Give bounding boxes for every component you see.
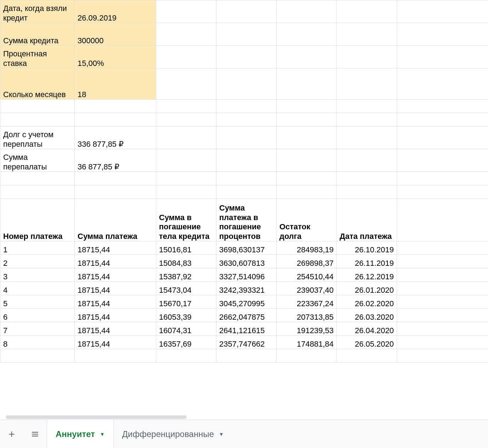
- cell[interactable]: [0, 113, 75, 127]
- cell-total-value[interactable]: 336 877,85 ₽: [75, 127, 156, 149]
- cell[interactable]: 16357,69: [156, 336, 216, 349]
- cell[interactable]: 26.01.2020: [337, 282, 397, 295]
- cell[interactable]: 26.04.2020: [337, 322, 397, 336]
- cell[interactable]: 2641,121615: [216, 322, 277, 336]
- cell[interactable]: 15670,17: [156, 295, 216, 309]
- cell-total-label[interactable]: Долг с учетом переплаты: [0, 127, 75, 149]
- cell-months-label[interactable]: Сколько месяцев: [0, 68, 75, 100]
- cell[interactable]: 18715,44: [75, 255, 156, 268]
- cell[interactable]: [397, 241, 488, 255]
- cell[interactable]: 18715,44: [75, 268, 156, 282]
- cell[interactable]: 269898,37: [277, 255, 337, 268]
- cell[interactable]: 16053,39: [156, 309, 216, 322]
- cell[interactable]: [75, 100, 156, 113]
- tab-differentiated[interactable]: Дифференцированные ▼: [114, 420, 232, 448]
- cell[interactable]: 18715,44: [75, 309, 156, 322]
- cell[interactable]: [397, 309, 488, 322]
- header-payment-sum[interactable]: Сумма платежа: [75, 199, 156, 241]
- cell[interactable]: 174881,84: [277, 336, 337, 349]
- cell[interactable]: 8: [0, 336, 75, 349]
- cell[interactable]: [397, 127, 488, 149]
- cell-amount-value[interactable]: 300000: [75, 23, 156, 46]
- cell[interactable]: [0, 349, 75, 363]
- header-interest-sum[interactable]: Сумма платежа в погашение процентов: [216, 199, 277, 241]
- cell[interactable]: [337, 127, 397, 149]
- cell[interactable]: [397, 149, 488, 172]
- cell[interactable]: [277, 100, 337, 113]
- cell[interactable]: 26.03.2020: [337, 309, 397, 322]
- cell[interactable]: [397, 349, 488, 363]
- cell[interactable]: 2662,047875: [216, 309, 277, 322]
- cell[interactable]: [397, 336, 488, 349]
- cell[interactable]: [337, 46, 397, 68]
- cell[interactable]: [277, 68, 337, 100]
- cell[interactable]: 3327,514096: [216, 268, 277, 282]
- cell[interactable]: [337, 0, 397, 23]
- cell[interactable]: [397, 282, 488, 295]
- cell[interactable]: [337, 113, 397, 127]
- cell[interactable]: 3630,607813: [216, 255, 277, 268]
- cell[interactable]: [397, 199, 488, 241]
- all-sheets-button[interactable]: [23, 420, 47, 448]
- cell[interactable]: [277, 23, 337, 46]
- cell[interactable]: 4: [0, 282, 75, 295]
- cell[interactable]: 2: [0, 255, 75, 268]
- cell[interactable]: [156, 127, 216, 149]
- cell[interactable]: 18715,44: [75, 322, 156, 336]
- header-payment-number[interactable]: Номер платежа: [0, 199, 75, 241]
- cell[interactable]: [397, 172, 488, 185]
- cell[interactable]: [156, 113, 216, 127]
- cell[interactable]: [397, 23, 488, 46]
- cell[interactable]: 26.10.2019: [337, 241, 397, 255]
- cell[interactable]: [156, 100, 216, 113]
- cell[interactable]: [337, 68, 397, 100]
- cell[interactable]: [216, 46, 277, 68]
- cell[interactable]: 1: [0, 241, 75, 255]
- spreadsheet-grid[interactable]: Дата, когда взяли кредит 26.09.2019 Сумм…: [0, 0, 488, 420]
- add-sheet-button[interactable]: [0, 420, 23, 448]
- cell[interactable]: 3045,270995: [216, 295, 277, 309]
- cell[interactable]: [397, 322, 488, 336]
- cell[interactable]: [337, 349, 397, 363]
- cell-overpay-label[interactable]: Сумма перепалаты: [0, 149, 75, 172]
- cell-rate-label[interactable]: Процентная ставка: [0, 46, 75, 68]
- cell[interactable]: [216, 68, 277, 100]
- tab-annuity[interactable]: Аннуитет ▼: [47, 420, 114, 448]
- cell[interactable]: 5: [0, 295, 75, 309]
- cell[interactable]: 191239,53: [277, 322, 337, 336]
- cell[interactable]: [397, 295, 488, 309]
- cell[interactable]: [397, 185, 488, 199]
- cell[interactable]: [216, 0, 277, 23]
- cell-date-value[interactable]: 26.09.2019: [75, 0, 156, 23]
- cell[interactable]: 3: [0, 268, 75, 282]
- cell[interactable]: [337, 185, 397, 199]
- cell[interactable]: 6: [0, 309, 75, 322]
- cell[interactable]: [337, 172, 397, 185]
- cell[interactable]: [156, 149, 216, 172]
- cell[interactable]: [75, 172, 156, 185]
- cell-amount-label[interactable]: Сумма кредита: [0, 23, 75, 46]
- cell[interactable]: [397, 0, 488, 23]
- cell[interactable]: [337, 100, 397, 113]
- cell[interactable]: [277, 172, 337, 185]
- cell[interactable]: 15084,83: [156, 255, 216, 268]
- cell[interactable]: [397, 46, 488, 68]
- cell[interactable]: 239037,40: [277, 282, 337, 295]
- cell[interactable]: 26.02.2020: [337, 295, 397, 309]
- cell[interactable]: 18715,44: [75, 295, 156, 309]
- cell[interactable]: [0, 172, 75, 185]
- cell[interactable]: [156, 68, 216, 100]
- cell[interactable]: [277, 127, 337, 149]
- cell-overpay-value[interactable]: 36 877,85 ₽: [75, 149, 156, 172]
- cell[interactable]: 223367,24: [277, 295, 337, 309]
- cell[interactable]: [75, 113, 156, 127]
- cell[interactable]: [156, 185, 216, 199]
- cell[interactable]: 207313,85: [277, 309, 337, 322]
- cell[interactable]: [156, 0, 216, 23]
- cell[interactable]: [277, 185, 337, 199]
- cell[interactable]: [216, 149, 277, 172]
- cell[interactable]: [277, 46, 337, 68]
- cell[interactable]: [216, 23, 277, 46]
- cell[interactable]: 26.11.2019: [337, 255, 397, 268]
- cell[interactable]: [216, 172, 277, 185]
